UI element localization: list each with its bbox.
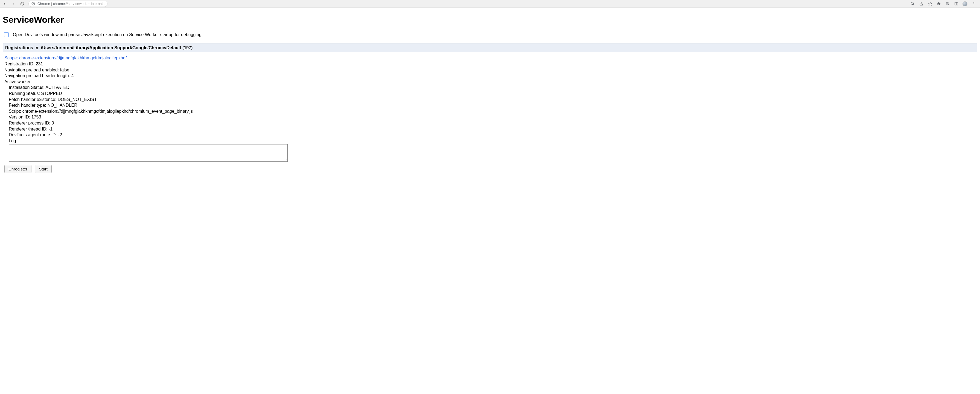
nav-preload-header-value: 4: [72, 73, 74, 78]
playlist-icon[interactable]: [945, 2, 950, 6]
scope-line: Scope: chrome-extension://djjmngfglakhkh…: [5, 56, 975, 61]
registrations-section-header: Registrations in: /Users/forinton/Librar…: [3, 43, 977, 52]
nav-preload-enabled-label: Navigation preload enabled:: [5, 68, 60, 72]
running-status-label: Running Status:: [9, 91, 41, 96]
browser-toolbar: Chrome | chrome://serviceworker-internal…: [0, 0, 980, 8]
url-rest: ://serviceworker-internals: [65, 2, 105, 6]
svg-point-1: [33, 3, 33, 4]
url-prefix: Chrome: [37, 2, 50, 6]
debug-devtools-checkbox[interactable]: [4, 32, 9, 37]
debug-devtools-label: Open DevTools window and pause JavaScrip…: [13, 32, 203, 37]
url-sep: |: [50, 2, 53, 6]
registration-id-label: Registration ID:: [5, 62, 36, 66]
registration-block: Scope: chrome-extension://djjmngfglakhkh…: [3, 56, 977, 173]
renderer-pid-line: Renderer process ID: 0: [5, 120, 975, 126]
nav-buttons: [2, 2, 25, 6]
scope-value[interactable]: chrome-extension://djjmngfglakhkhmgcfdmj…: [19, 56, 127, 60]
version-id-value: 1753: [32, 115, 41, 119]
svg-point-12: [974, 2, 974, 3]
renderer-tid-value: -1: [49, 127, 52, 131]
url-scheme: chrome: [53, 2, 65, 6]
registration-id-value: 231: [36, 62, 43, 66]
devtools-route-label: DevTools agent route ID:: [9, 132, 58, 137]
active-worker-label: Active worker:: [5, 79, 975, 85]
version-id-label: Version ID:: [9, 115, 32, 119]
script-value: chrome-extension://djjmngfglakhkhmgcfdmj…: [22, 109, 193, 113]
back-icon[interactable]: [2, 2, 7, 6]
install-status-value: ACTIVATED: [45, 85, 69, 90]
share-icon[interactable]: [919, 2, 924, 6]
bookmark-star-icon[interactable]: [928, 2, 932, 6]
svg-point-2: [911, 2, 913, 5]
reload-icon[interactable]: [20, 2, 25, 6]
log-label: Log:: [5, 138, 975, 144]
version-id-line: Version ID: 1753: [5, 114, 975, 120]
page-title: ServiceWorker: [3, 15, 977, 25]
scope-label: Scope:: [5, 56, 19, 60]
toolbar-right: [910, 2, 978, 6]
renderer-pid-label: Renderer process ID:: [9, 121, 52, 125]
svg-marker-5: [928, 2, 932, 5]
script-line: Script: chrome-extension://djjmngfglakhk…: [5, 108, 975, 114]
svg-line-3: [913, 4, 914, 5]
side-panel-icon[interactable]: [954, 2, 959, 6]
running-status-line: Running Status: STOPPED: [5, 91, 975, 97]
fetch-existence-label: Fetch handler existence:: [9, 97, 58, 102]
fetch-type-line: Fetch handler type: NO_HANDLER: [5, 102, 975, 108]
svg-point-14: [974, 5, 974, 5]
renderer-tid-line: Renderer thread ID: -1: [5, 126, 975, 132]
log-textarea[interactable]: [9, 144, 288, 162]
renderer-pid-value: 0: [52, 121, 54, 125]
unregister-button[interactable]: Unregister: [5, 165, 32, 173]
debug-option-row: Open DevTools window and pause JavaScrip…: [3, 32, 977, 38]
fetch-type-value: NO_HANDLER: [47, 103, 77, 107]
svg-rect-10: [955, 2, 958, 5]
nav-preload-enabled-line: Navigation preload enabled: false: [5, 67, 975, 73]
start-button[interactable]: Start: [35, 165, 52, 173]
devtools-route-line: DevTools agent route ID: -2: [5, 132, 975, 138]
profile-avatar[interactable]: [963, 2, 967, 6]
install-status-line: Installation Status: ACTIVATED: [5, 85, 975, 91]
kebab-menu-icon[interactable]: [971, 2, 976, 6]
fetch-existence-value: DOES_NOT_EXIST: [58, 97, 97, 102]
extensions-icon[interactable]: [936, 2, 941, 6]
page-content: ServiceWorker Open DevTools window and p…: [0, 8, 980, 184]
action-buttons: Unregister Start: [5, 165, 975, 173]
nav-preload-header-line: Navigation preload header length: 4: [5, 73, 975, 79]
address-bar-wrap: Chrome | chrome://serviceworker-internal…: [29, 1, 910, 7]
renderer-tid-label: Renderer thread ID:: [9, 127, 49, 131]
nav-preload-enabled-value: false: [60, 68, 70, 72]
nav-preload-header-label: Navigation preload header length:: [5, 73, 72, 78]
zoom-icon[interactable]: [910, 2, 915, 6]
address-bar[interactable]: Chrome | chrome://serviceworker-internal…: [29, 1, 107, 7]
install-status-label: Installation Status:: [9, 85, 45, 90]
url-display: Chrome | chrome://serviceworker-internal…: [37, 2, 105, 6]
devtools-route-value: -2: [58, 132, 62, 137]
fetch-type-label: Fetch handler type:: [9, 103, 47, 107]
running-status-value: STOPPED: [41, 91, 62, 96]
svg-point-13: [974, 3, 974, 4]
registration-id-line: Registration ID: 231: [5, 61, 975, 67]
site-info-icon[interactable]: [32, 2, 35, 6]
script-label: Script:: [9, 109, 22, 113]
log-wrap: [5, 144, 975, 162]
fetch-existence-line: Fetch handler existence: DOES_NOT_EXIST: [5, 97, 975, 103]
forward-icon[interactable]: [11, 2, 16, 6]
